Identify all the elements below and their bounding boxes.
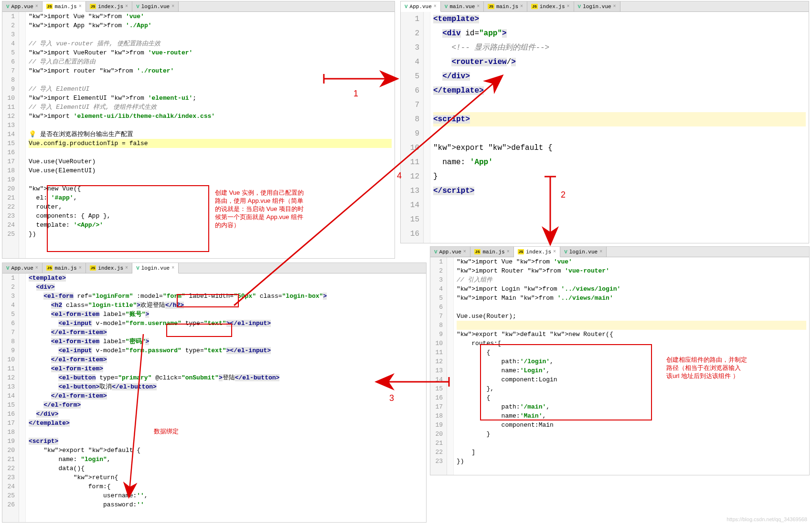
code-line[interactable]: "kw">import 'element-ui/lib/theme-chalk/… bbox=[29, 112, 392, 121]
code-line[interactable] bbox=[457, 321, 806, 330]
code-line[interactable]: </div> bbox=[433, 69, 806, 84]
code-line[interactable]: <script> bbox=[29, 437, 423, 446]
tab-App-vue[interactable]: VApp.vue× bbox=[2, 1, 43, 11]
code-line[interactable]: "kw">return{ bbox=[29, 473, 423, 482]
code-line[interactable]: "kw">import App "kw">from './App' bbox=[29, 21, 392, 30]
tab-App-vue[interactable]: VApp.vue× bbox=[430, 247, 470, 257]
code-line[interactable]: <template> bbox=[433, 12, 806, 26]
code-line[interactable]: "kw">export "kw">default { bbox=[29, 446, 423, 455]
tab-index-js[interactable]: JSindex.js× bbox=[86, 1, 132, 11]
code-line[interactable] bbox=[433, 227, 806, 241]
code-line[interactable]: Vue.config.productionTip = false bbox=[29, 139, 392, 148]
tab-login-vue[interactable]: Vlogin.vue× bbox=[574, 1, 620, 11]
code-line[interactable] bbox=[29, 30, 392, 39]
code-line[interactable] bbox=[29, 75, 392, 84]
code-line[interactable]: // 导入 ElementUI bbox=[29, 84, 392, 94]
code-line[interactable]: "kw">import Main "kw">from '../views/mai… bbox=[457, 294, 806, 303]
code-panel2[interactable]: <template> <div id="app"> <!-- 显示路由到的组件-… bbox=[430, 12, 809, 243]
tab-main-js[interactable]: JSmain.js× bbox=[484, 1, 527, 11]
tab-main-js[interactable]: JSmain.js× bbox=[470, 247, 514, 257]
code-line[interactable]: Vue.use(ElementUI) bbox=[29, 166, 392, 175]
close-icon[interactable]: × bbox=[79, 4, 82, 9]
close-icon[interactable]: × bbox=[79, 265, 82, 271]
close-icon[interactable]: × bbox=[171, 265, 174, 271]
tab-main-vue[interactable]: Vmain.vue× bbox=[441, 1, 484, 11]
code-line[interactable]: </div> bbox=[29, 410, 423, 419]
code-line[interactable]: name: "login", bbox=[29, 455, 423, 464]
code-line[interactable] bbox=[433, 212, 806, 227]
code-line[interactable]: ] bbox=[457, 448, 806, 457]
tab-App-vue[interactable]: VApp.vue× bbox=[2, 263, 43, 273]
tab-login-vue[interactable]: Vlogin.vue× bbox=[132, 1, 179, 11]
code-line[interactable] bbox=[457, 303, 806, 312]
close-icon[interactable]: × bbox=[567, 4, 570, 9]
code-line[interactable]: <router-view/> bbox=[433, 55, 806, 69]
tab-index-js[interactable]: JSindex.js× bbox=[86, 263, 132, 273]
code-line[interactable]: "kw">export "kw">default "kw">new Router… bbox=[457, 330, 806, 339]
code-line[interactable]: <!-- 显示路由到的组件--> bbox=[433, 41, 806, 55]
code-line[interactable]: } bbox=[433, 169, 806, 184]
code-line[interactable]: "kw">import Login "kw">from '../views/lo… bbox=[457, 284, 806, 294]
code-line[interactable]: <el-button type="primary" @click="onSubm… bbox=[29, 373, 423, 382]
code-line[interactable]: <el-form-item> bbox=[29, 364, 423, 373]
code-line[interactable]: } bbox=[457, 430, 806, 439]
code-line[interactable]: // 引入组件 bbox=[457, 275, 806, 284]
code-line[interactable]: name: 'App' bbox=[433, 155, 806, 169]
code-line[interactable]: form:{ bbox=[29, 482, 423, 491]
tab-login-vue[interactable]: Vlogin.vue× bbox=[560, 247, 607, 257]
code-line[interactable]: <el-button>取消</el-button> bbox=[29, 382, 423, 391]
code-line[interactable] bbox=[29, 175, 392, 184]
code-line[interactable]: <div> bbox=[29, 283, 423, 292]
code-line[interactable]: "kw">import Router "kw">from 'vue-router… bbox=[457, 266, 806, 275]
close-icon[interactable]: × bbox=[613, 4, 616, 9]
code-line[interactable]: }) bbox=[457, 457, 806, 466]
close-icon[interactable]: × bbox=[599, 249, 602, 254]
code-line[interactable]: // 导入自己配置的路由 bbox=[29, 57, 392, 66]
tab-login-vue[interactable]: Vlogin.vue× bbox=[132, 263, 179, 273]
code-line[interactable]: 💡 是否在浏览器控制台输出生产配置 bbox=[29, 130, 392, 139]
code-line[interactable]: <div id="app"> bbox=[433, 26, 806, 41]
tab-main-js[interactable]: JSmain.js× bbox=[43, 1, 86, 12]
code-line[interactable]: </el-form-item> bbox=[29, 391, 423, 400]
close-icon[interactable]: × bbox=[35, 265, 38, 271]
code-line[interactable]: "kw">import router "kw">from './router' bbox=[29, 66, 392, 75]
code-line[interactable]: password:'' bbox=[29, 500, 423, 509]
close-icon[interactable]: × bbox=[125, 265, 128, 271]
code-line[interactable] bbox=[433, 198, 806, 212]
code-line[interactable]: <el-input v-model="form.password" type="… bbox=[29, 346, 423, 355]
code-line[interactable]: <template> bbox=[29, 273, 423, 283]
code-line[interactable]: "kw">import VueRouter "kw">from 'vue-rou… bbox=[29, 48, 392, 57]
tab-main-js[interactable]: JSmain.js× bbox=[43, 263, 86, 273]
close-icon[interactable]: × bbox=[507, 249, 510, 254]
code-line[interactable]: </template> bbox=[29, 419, 423, 428]
code-line[interactable]: // 导入 ElementUI 样式, 使组件样式生效 bbox=[29, 103, 392, 112]
code-line[interactable]: Vue.use(VueRouter) bbox=[29, 157, 392, 166]
code-line[interactable]: </template> bbox=[433, 84, 806, 98]
code-line[interactable]: Vue.use(Router); bbox=[457, 312, 806, 321]
close-icon[interactable]: × bbox=[477, 4, 480, 9]
code-line[interactable]: </el-form-item> bbox=[29, 355, 423, 364]
code-line[interactable]: </script> bbox=[433, 184, 806, 198]
code-line[interactable] bbox=[433, 98, 806, 112]
code-line[interactable]: // 导入 vue-router 插件, 使配置路由生效 bbox=[29, 39, 392, 48]
code-line[interactable]: "kw">import Vue "kw">from 'vue' bbox=[29, 12, 392, 21]
close-icon[interactable]: × bbox=[171, 4, 174, 9]
code-line[interactable] bbox=[457, 439, 806, 448]
code-line[interactable]: "kw">import ElementUI "kw">from 'element… bbox=[29, 94, 392, 103]
code-line[interactable]: </el-form> bbox=[29, 400, 423, 410]
code-line[interactable]: "kw">import Vue "kw">from 'vue' bbox=[457, 257, 806, 266]
code-line[interactable]: <el-form-item label="密码"> bbox=[29, 337, 423, 346]
code-line[interactable]: <script> bbox=[433, 112, 806, 126]
close-icon[interactable]: × bbox=[35, 4, 38, 9]
code-line[interactable]: "kw">export "kw">default { bbox=[433, 141, 806, 155]
code-line[interactable] bbox=[29, 121, 392, 130]
close-icon[interactable]: × bbox=[553, 249, 556, 254]
close-icon[interactable]: × bbox=[520, 4, 523, 9]
tab-index-js[interactable]: JSindex.js× bbox=[514, 247, 560, 257]
code-line[interactable]: data(){ bbox=[29, 464, 423, 473]
close-icon[interactable]: × bbox=[463, 249, 466, 254]
code-line[interactable]: <el-form-item label="账号"> bbox=[29, 310, 423, 319]
tab-index-js[interactable]: JSindex.js× bbox=[527, 1, 574, 11]
code-line[interactable] bbox=[29, 148, 392, 157]
code-panel3[interactable]: <template> <div> <el-form ref="loginForm… bbox=[26, 273, 426, 522]
